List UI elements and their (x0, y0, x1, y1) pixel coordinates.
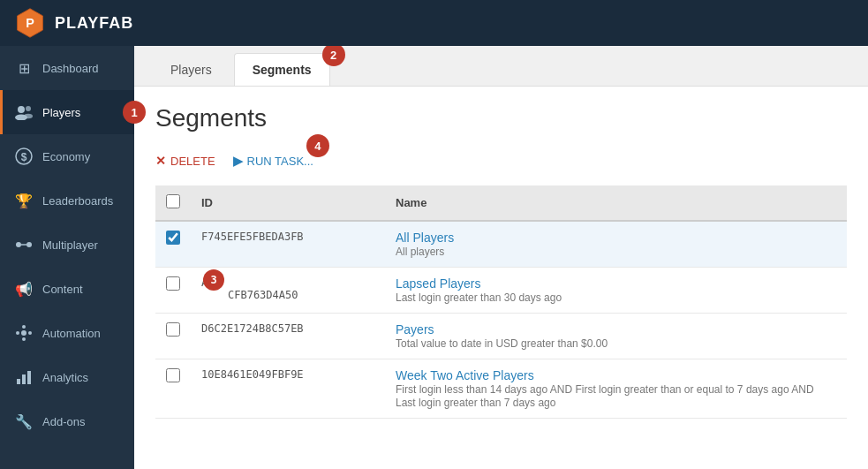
row-name-link[interactable]: Payers (396, 322, 836, 337)
sidebar-label-dashboard: Dashboard (42, 62, 99, 75)
logo-area: P PLAYFAB (14, 7, 133, 39)
svg-point-9 (26, 242, 32, 247)
row-id: D6C2E1724B8C57EB (191, 314, 385, 359)
sidebar-item-multiplayer[interactable]: Multiplayer (0, 223, 134, 267)
svg-point-15 (28, 331, 32, 335)
sidebar-label-leaderboards: Leaderboards (42, 194, 113, 208)
svg-point-11 (21, 330, 26, 336)
content-area: Players Segments 2 Segments ✕ DELETE ▶ R… (134, 46, 868, 469)
table-row: F745EFE5FBEDA3FB All Players All players (155, 221, 847, 268)
row-name-cell: Week Two Active Players First login less… (385, 359, 847, 419)
addons-icon: 🔧 (14, 412, 34, 431)
row-description: Last login greater than 30 days ago (396, 291, 562, 304)
svg-rect-16 (17, 379, 20, 384)
automation-icon (14, 323, 34, 343)
playfab-logo-icon: P (14, 7, 46, 39)
delete-icon: ✕ (155, 154, 166, 168)
svg-point-14 (16, 331, 19, 335)
svg-point-8 (16, 242, 21, 247)
row-name-link[interactable]: All Players (396, 231, 836, 245)
sidebar-label-analytics: Analytics (42, 371, 88, 384)
svg-rect-17 (22, 374, 26, 384)
header-name: Name (385, 185, 847, 221)
run-icon: ▶ (233, 154, 243, 168)
tab-segments[interactable]: Segments 2 (234, 53, 330, 86)
callout-3: 3 (203, 269, 224, 291)
select-all-checkbox[interactable] (166, 194, 180, 208)
app-title: PLAYFAB (55, 14, 133, 33)
main-layout: ⊞ Dashboard Players 1 $ Economy 🏆 (0, 46, 868, 469)
sidebar-label-economy: Economy (42, 150, 90, 163)
row-name-cell: Lapsed Players Last login greater than 3… (385, 268, 847, 314)
callout-2: 2 (322, 46, 345, 66)
header-checkbox (155, 185, 191, 221)
row-checkbox[interactable] (166, 322, 180, 337)
svg-rect-18 (27, 371, 31, 384)
row-name-link[interactable]: Week Two Active Players (396, 368, 836, 382)
players-icon (14, 102, 34, 122)
sidebar-label-addons: Add-ons (42, 415, 85, 428)
svg-point-2 (18, 106, 25, 113)
sidebar-item-analytics[interactable]: Analytics (0, 355, 134, 399)
table-row: 10E8461E049FBF9E Week Two Active Players… (155, 359, 847, 419)
table-row: D6C2E1724B8C57EB Payers Total value to d… (155, 314, 847, 359)
row-checkbox-cell[interactable] (155, 359, 191, 419)
row-description: First login less than 14 days ago AND Fi… (396, 383, 814, 409)
run-task-button[interactable]: ▶ RUN TASK... 4 (233, 150, 313, 171)
row-id: 10E8461E049FBF9E (191, 359, 385, 419)
leaderboards-icon: 🏆 (14, 191, 34, 210)
svg-point-13 (22, 337, 26, 341)
sidebar-item-dashboard[interactable]: ⊞ Dashboard (0, 46, 134, 90)
tabs-bar: Players Segments 2 (134, 46, 868, 87)
page-title: Segments (155, 104, 847, 132)
sidebar-label-players: Players (42, 106, 80, 119)
svg-point-4 (26, 106, 31, 111)
svg-text:P: P (26, 16, 34, 30)
svg-text:$: $ (21, 151, 27, 163)
page-content: Segments ✕ DELETE ▶ RUN TASK... 4 (134, 87, 868, 469)
row-checkbox[interactable] (166, 276, 180, 291)
sidebar-item-leaderboards[interactable]: 🏆 Leaderboards (0, 178, 134, 223)
row-checkbox-cell[interactable] (155, 314, 191, 359)
row-checkbox-cell[interactable] (155, 221, 191, 268)
svg-point-12 (22, 325, 26, 329)
row-checkbox-cell[interactable] (155, 268, 191, 314)
content-icon: 📢 (14, 279, 34, 299)
row-name-link[interactable]: Lapsed Players (396, 276, 836, 291)
toolbar: ✕ DELETE ▶ RUN TASK... 4 (155, 150, 847, 171)
row-checkbox[interactable] (166, 368, 180, 382)
tab-players[interactable]: Players (152, 53, 230, 86)
svg-point-5 (24, 114, 33, 119)
row-checkbox[interactable] (166, 231, 180, 245)
top-nav: P PLAYFAB (0, 0, 868, 46)
table-header-row: ID Name (155, 185, 847, 221)
header-id: ID (191, 185, 385, 221)
sidebar-label-multiplayer: Multiplayer (42, 238, 98, 252)
row-name-cell: All Players All players (385, 221, 847, 268)
sidebar-label-content: Content (42, 283, 83, 296)
table-row: A4 3 A4CFB763D4A50 CFB763D4A50 Lapsed Pl… (155, 268, 847, 314)
sidebar-item-content[interactable]: 📢 Content (0, 267, 134, 311)
row-id: A4 3 A4CFB763D4A50 CFB763D4A50 (191, 268, 385, 314)
economy-icon: $ (14, 147, 34, 166)
multiplayer-icon (14, 235, 34, 254)
delete-button[interactable]: ✕ DELETE (155, 150, 215, 171)
row-name-cell: Payers Total value to date in USD greate… (385, 314, 847, 359)
sidebar-item-economy[interactable]: $ Economy (0, 134, 134, 178)
callout-4: 4 (306, 134, 329, 157)
sidebar: ⊞ Dashboard Players 1 $ Economy 🏆 (0, 46, 134, 469)
sidebar-item-players[interactable]: Players 1 (0, 90, 134, 134)
dashboard-icon: ⊞ (14, 58, 34, 78)
sidebar-item-addons[interactable]: 🔧 Add-ons (0, 399, 134, 443)
row-description: All players (396, 246, 444, 258)
row-id: F745EFE5FBEDA3FB (191, 221, 385, 268)
callout-1: 1 (123, 101, 146, 124)
sidebar-item-automation[interactable]: Automation (0, 311, 134, 355)
segments-table: ID Name F745EFE5FBEDA3FB All Players All… (155, 185, 847, 419)
row-description: Total value to date in USD greater than … (396, 337, 608, 350)
sidebar-label-automation: Automation (42, 327, 101, 340)
analytics-icon (14, 367, 34, 387)
